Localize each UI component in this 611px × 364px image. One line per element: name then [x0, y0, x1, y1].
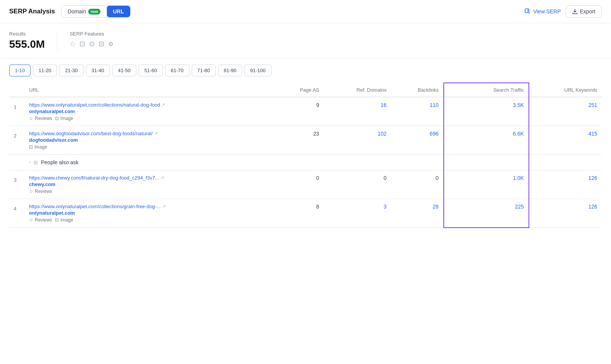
- stats-section: Results 555.0M SERP Features ☆ ⊡ ⊙ ⊟ ⚙: [0, 23, 611, 58]
- external-link-icon: ↗: [162, 204, 166, 209]
- feature-tags: ☆ Reviews ⊡ Image: [29, 217, 270, 223]
- page-btn-11-20[interactable]: 11-20: [33, 65, 57, 76]
- reviews-tag: ☆ Reviews: [29, 116, 52, 121]
- row-url-keywords: 126: [529, 199, 602, 228]
- row-page-as: 0: [275, 170, 324, 199]
- domain-name: onlynaturalpet.com: [29, 108, 270, 114]
- table-container: URL Page AS Ref. Domains Backlinks Searc…: [0, 83, 611, 228]
- export-icon: [572, 9, 578, 15]
- url-link[interactable]: https://www.onlynaturalpet.com/collectio…: [29, 204, 270, 209]
- col-search-traffic: Search Traffic: [444, 83, 529, 97]
- people-also-ask-row: › ⊟ People also ask: [9, 155, 602, 170]
- export-button[interactable]: Export: [566, 5, 602, 18]
- row-search-traffic: 1.0K: [444, 170, 529, 199]
- page-btn-21-30[interactable]: 21-30: [59, 65, 83, 76]
- table-row: 4 https://www.onlynaturalpet.com/collect…: [9, 199, 602, 228]
- star-feature-icon: ☆: [29, 189, 33, 194]
- row-url-keywords: 251: [529, 97, 602, 126]
- table-header-row: URL Page AS Ref. Domains Backlinks Searc…: [9, 83, 602, 97]
- url-link[interactable]: https://www.onlynaturalpet.com/collectio…: [29, 102, 270, 108]
- image-feature-icon: ⊡: [29, 144, 33, 150]
- row-num: 2: [9, 126, 24, 155]
- row-backlinks: 696: [391, 126, 443, 155]
- page-btn-71-80[interactable]: 71-80: [192, 65, 216, 76]
- star-feature-icon: ☆: [29, 217, 33, 223]
- row-url-keywords: 415: [529, 126, 602, 155]
- row-num: 4: [9, 199, 24, 228]
- page-btn-51-60[interactable]: 51-60: [139, 65, 163, 76]
- col-backlinks: Backlinks: [391, 83, 443, 97]
- results-block: Results 555.0M: [9, 31, 57, 50]
- featured-snippet-icon[interactable]: ⊟: [99, 40, 104, 48]
- video-icon[interactable]: ⊙: [89, 40, 95, 48]
- row-num: [9, 155, 24, 170]
- row-ref-domains: 16: [324, 97, 391, 126]
- row-ref-domains: 102: [324, 126, 391, 155]
- image-icon[interactable]: ⊡: [79, 40, 85, 48]
- tab-domain-label: Domain: [68, 8, 86, 15]
- feature-tags: ☆ Reviews ⊡ Image: [29, 116, 270, 121]
- tab-domain[interactable]: Domain new: [61, 6, 107, 17]
- pagination: 1-10 11-20 21-30 31-40 41-50 51-60 61-70…: [0, 58, 611, 83]
- row-url-keywords: 126: [529, 170, 602, 199]
- view-serp-label: View SERP: [533, 8, 561, 15]
- row-backlinks: [391, 155, 443, 170]
- serp-features-label: SERP Features: [70, 31, 113, 37]
- row-backlinks: 28: [391, 199, 443, 228]
- page-btn-61-70[interactable]: 61-70: [165, 65, 189, 76]
- row-num: 3: [9, 170, 24, 199]
- table-row: 2 https://www.dogfoodadvisor.com/best-do…: [9, 126, 602, 155]
- row-url-cell: https://www.dogfoodadvisor.com/best-dog-…: [24, 126, 275, 155]
- row-url-cell: https://www.onlynaturalpet.com/collectio…: [24, 97, 275, 126]
- app-title: SERP Analysis: [9, 8, 55, 15]
- header-right: View SERP Export: [525, 5, 602, 18]
- image-feature-icon: ⊡: [55, 217, 59, 223]
- row-backlinks: 0: [391, 170, 443, 199]
- row-page-as: 8: [275, 199, 324, 228]
- people-ask-content: › ⊟ People also ask: [29, 159, 270, 165]
- external-link-icon: ↗: [162, 102, 165, 107]
- page-btn-81-90[interactable]: 81-90: [218, 65, 242, 76]
- people-ask-label: People also ask: [41, 159, 79, 165]
- image-tag: ⊡ Image: [29, 144, 47, 150]
- image-tag: ⊡ Image: [55, 217, 73, 223]
- page-btn-1-10[interactable]: 1-10: [9, 65, 31, 76]
- external-link-icon: ↗: [161, 175, 164, 180]
- results-value: 555.0M: [9, 38, 45, 50]
- row-url-cell: › ⊟ People also ask: [24, 155, 275, 170]
- row-ref-domains: [324, 155, 391, 170]
- reviews-tag: ☆ Reviews: [29, 217, 52, 223]
- col-url: URL: [24, 83, 275, 97]
- domain-name: dogfoodadvisor.com: [29, 137, 270, 143]
- row-ref-domains: 0: [324, 170, 391, 199]
- header: SERP Analysis Domain new URL View SERP: [0, 0, 611, 23]
- row-backlinks: 110: [391, 97, 443, 126]
- col-url-keywords: URL Keywords: [529, 83, 602, 97]
- table-row: 3 https://www.chewy.com/f/natural-dry-do…: [9, 170, 602, 199]
- page-btn-41-50[interactable]: 41-50: [112, 65, 136, 76]
- url-link[interactable]: https://www.chewy.com/f/natural-dry-dog-…: [29, 175, 270, 181]
- image-feature-icon: ⊡: [55, 116, 59, 121]
- row-num: 1: [9, 97, 24, 126]
- image-tag: ⊡ Image: [55, 116, 73, 121]
- tab-url-label: URL: [113, 8, 124, 15]
- tab-url[interactable]: URL: [107, 6, 130, 17]
- tools-icon[interactable]: ⚙: [108, 40, 113, 48]
- people-ask-icon: ⊟: [34, 160, 38, 165]
- row-search-traffic: [444, 155, 529, 170]
- row-page-as: 9: [275, 97, 324, 126]
- results-label: Results: [9, 31, 45, 37]
- page-btn-91-100[interactable]: 91-100: [244, 65, 271, 76]
- view-serp-icon: [525, 8, 531, 15]
- star-icon[interactable]: ☆: [70, 40, 76, 48]
- domain-name: onlynaturalpet.com: [29, 210, 270, 216]
- url-link[interactable]: https://www.dogfoodadvisor.com/best-dog-…: [29, 131, 270, 136]
- new-badge: new: [88, 9, 100, 15]
- page-btn-31-40[interactable]: 31-40: [86, 65, 110, 76]
- row-url-keywords: [529, 155, 602, 170]
- view-serp-button[interactable]: View SERP: [525, 8, 561, 15]
- row-page-as: 23: [275, 126, 324, 155]
- row-search-traffic: 6.6K: [444, 126, 529, 155]
- row-url-cell: https://www.onlynaturalpet.com/collectio…: [24, 199, 275, 228]
- col-num: [9, 83, 24, 97]
